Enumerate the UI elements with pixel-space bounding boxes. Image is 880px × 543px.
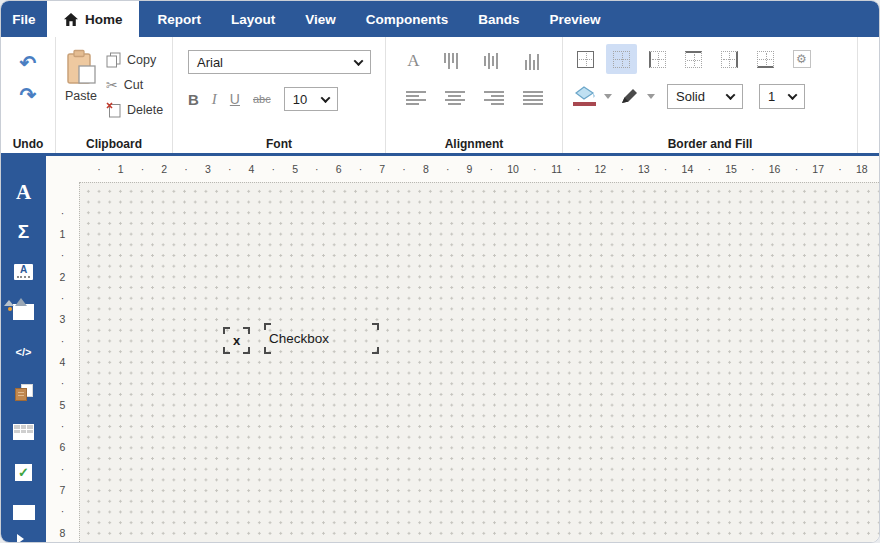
valign-bottom-button[interactable] [523,53,541,70]
alignment-group-label: Alignment [386,137,562,151]
selection-handle[interactable] [372,323,379,330]
ribbon-group-alignment: A Alignment [386,37,563,153]
ruler-mark: 4 [46,351,79,372]
font-color-button[interactable]: A [407,51,419,71]
ruler-mark: · [46,202,79,223]
selection-handle[interactable] [223,327,230,334]
vertical-ruler: ·1·2·3·4·5·6·7·8 [46,182,79,543]
tab-preview[interactable]: Preview [535,1,616,37]
underline-button[interactable]: U [230,91,240,107]
valign-middle-button[interactable] [482,53,500,70]
align-left-button[interactable] [406,91,426,105]
subreport-icon [15,384,33,401]
paste-button[interactable]: Paste [64,46,98,123]
border-all-icon [577,51,594,68]
ruler-mark: · [175,163,197,175]
tool-subreport[interactable] [1,372,46,412]
selection-handle[interactable] [243,327,250,334]
selection-handle[interactable] [264,323,271,330]
ruler-mark: · [829,163,851,175]
report-page[interactable] [79,182,880,543]
align-justify-button[interactable] [523,91,543,105]
tool-table[interactable] [1,412,46,452]
border-all-button[interactable] [570,44,601,74]
undo-button[interactable]: ↶ [15,51,41,75]
tab-layout[interactable]: Layout [216,1,290,37]
paste-label: Paste [65,89,97,103]
border-top-button[interactable] [678,44,709,74]
tool-picture[interactable] [1,292,46,332]
ribbon-group-clipboard: Paste Copy ✂ Cut [56,37,173,153]
strikethrough-button[interactable]: abc [253,93,271,105]
tool-html[interactable]: </> [1,332,46,372]
ruler-mark: 11 [546,163,568,175]
checkbox-mark: x [233,333,240,348]
checkbox-label-component[interactable]: Checkbox [264,323,379,354]
ruler-mark: · [46,501,79,522]
border-left-button[interactable] [642,44,673,74]
ruler-mark: · [437,163,459,175]
checkbox-component[interactable]: x [223,327,250,354]
tab-home-label: Home [85,12,123,27]
home-icon [64,13,78,26]
font-family-select[interactable]: Arial [188,50,371,74]
cut-button[interactable]: ✂ Cut [106,73,163,97]
delete-button[interactable]: Delete [106,98,163,122]
fill-color-button[interactable] [573,86,596,106]
bold-button[interactable]: B [188,91,199,108]
fill-color-dropdown-icon[interactable] [604,94,612,99]
ruler-mark: 12 [589,163,611,175]
selection-handle[interactable] [243,347,250,354]
copy-button[interactable]: Copy [106,48,163,72]
ruler-mark: 8 [46,522,79,543]
ruler-mark: 5 [46,394,79,415]
tool-label[interactable]: A [1,252,46,292]
tab-components[interactable]: Components [351,1,464,37]
tab-report[interactable]: Report [143,1,217,37]
clipboard-group-label: Clipboard [56,137,172,151]
border-group-label: Border and Fill [563,137,857,151]
report-designer-window: File Home Report Layout View Components … [0,0,880,543]
border-right-button[interactable] [714,44,745,74]
line-width-select[interactable]: 1 [759,84,805,109]
border-none-button[interactable] [606,44,637,74]
align-right-button[interactable] [484,91,504,105]
border-settings-button[interactable]: ⚙ [786,44,817,74]
tool-text[interactable]: A [1,172,46,212]
tab-file[interactable]: File [1,1,47,37]
undo-group-label: Undo [1,137,55,151]
font-size-select[interactable]: 10 [284,87,338,111]
cut-icon: ✂ [106,78,118,92]
selection-handle[interactable] [223,347,230,354]
picture-icon [13,304,34,320]
ruler-mark: · [611,163,633,175]
line-color-dropdown-icon[interactable] [647,94,655,99]
copy-icon [106,52,121,68]
border-bottom-icon [757,51,774,68]
ruler-mark: 1 [110,163,132,175]
redo-button[interactable]: ↷ [15,83,41,107]
align-center-button[interactable] [445,91,465,105]
selection-handle[interactable] [264,347,271,354]
toolbox-expand-button[interactable] [1,534,46,543]
line-color-button[interactable] [620,88,639,105]
valign-top-button[interactable] [442,53,460,70]
line-style-select[interactable]: Solid [667,84,743,109]
design-canvas: ·1·2·3·4·5·6·7·8·9·10·11·12·13·14·15·16·… [46,156,880,543]
tool-checkbox[interactable]: ✓ [1,452,46,492]
ruler-mark: 10 [502,163,524,175]
ruler-mark: 7 [46,479,79,500]
italic-button[interactable]: I [212,91,217,108]
selection-handle[interactable] [372,347,379,354]
tool-barcode[interactable] [1,492,46,532]
ruler-mark: 14 [677,163,699,175]
ruler-mark: 8 [415,163,437,175]
tab-home[interactable]: Home [50,1,139,37]
border-bottom-button[interactable] [750,44,781,74]
ribbon: ↶ ↷ Undo Paste [1,37,880,153]
tab-bands[interactable]: Bands [463,1,534,37]
ruler-mark: · [524,163,546,175]
ruler-mark: 13 [633,163,655,175]
tab-view[interactable]: View [290,1,351,37]
tool-formula[interactable]: Σ [1,212,46,252]
